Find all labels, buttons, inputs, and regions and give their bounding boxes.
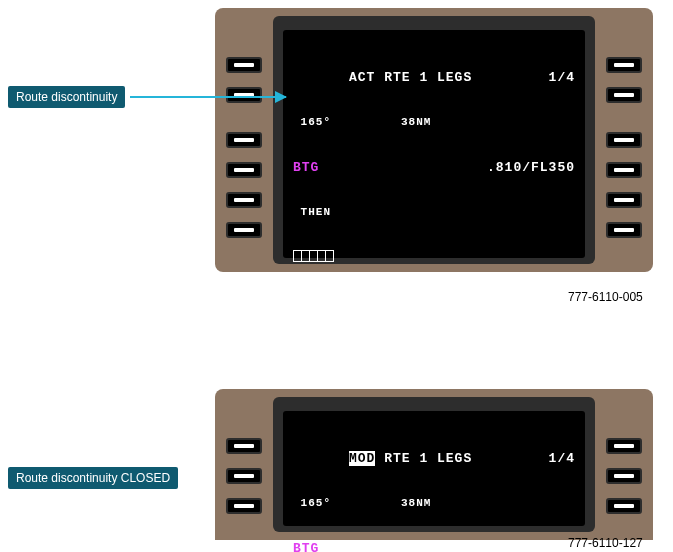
lsk-2r[interactable] (606, 87, 642, 103)
lsk-2l-lower[interactable] (226, 468, 262, 484)
lsk-1l[interactable] (226, 57, 262, 73)
lsk-3r-lower[interactable] (606, 498, 642, 514)
disc-text: - - ROUTE DISCONTINUITY - (293, 345, 483, 360)
lsk-5r[interactable] (606, 192, 642, 208)
lsk-col-left-lower (215, 389, 273, 540)
lsk-4r[interactable] (606, 162, 642, 178)
wpt1-spdalt-lower: .810/FL350 (487, 541, 575, 552)
disc-boxes-row (289, 250, 579, 265)
cdu-screen-lower: MOD RTE 1 LEGS1/4 165°38NM BTG.810/FL350… (283, 411, 585, 526)
lsk-1r-lower[interactable] (606, 438, 642, 454)
leg1-hdg: 165° (293, 115, 331, 130)
callout-closed-text: Route discontinuity CLOSED (16, 471, 170, 485)
title-row: ACT RTE 1 LEGS1/4 (289, 70, 579, 85)
callout-discontinuity: Route discontinuity (8, 86, 125, 108)
leg1-header-lower: 165°38NM (289, 496, 579, 511)
cdu-screen-upper: ACT RTE 1 LEGS1/4 165°38NM BTG.810/FL350… (283, 30, 585, 258)
wpt-btg: BTG (293, 160, 319, 175)
boxes-icon (293, 250, 333, 262)
lsk-3l[interactable] (226, 132, 262, 148)
callout-closed: Route discontinuity CLOSED (8, 467, 178, 489)
lsk-1r[interactable] (606, 57, 642, 73)
leg1-row-lower: BTG.810/FL350 (289, 541, 579, 552)
page-indicator: 1/4 (549, 70, 575, 85)
figure-number-upper: 777-6110-005 (568, 290, 643, 304)
screen-bezel: ACT RTE 1 LEGS1/4 165°38NM BTG.810/FL350… (273, 16, 595, 264)
lsk-3r[interactable] (606, 132, 642, 148)
lsk-col-right (595, 8, 653, 272)
lsk-4l[interactable] (226, 162, 262, 178)
wpt-btg-lower: BTG (293, 541, 319, 552)
screen-bezel-lower: MOD RTE 1 LEGS1/4 165°38NM BTG.810/FL350… (273, 397, 595, 532)
cdu-lower-frame: MOD RTE 1 LEGS1/4 165°38NM BTG.810/FL350… (215, 389, 653, 540)
callout-discontinuity-text: Route discontinuity (16, 90, 117, 104)
title-prefix: ACT (349, 70, 375, 85)
cdu-upper-frame: ACT RTE 1 LEGS1/4 165°38NM BTG.810/FL350… (215, 8, 653, 272)
then-label: THEN (293, 205, 331, 220)
spacer (289, 295, 579, 315)
lsk-col-right-lower (595, 389, 653, 540)
then-row: THEN (289, 205, 579, 220)
lsk-col-left (215, 8, 273, 272)
lsk-5l[interactable] (226, 192, 262, 208)
title-rest-lower: RTE 1 LEGS (375, 451, 472, 466)
disc-text-row: - - ROUTE DISCONTINUITY - (289, 345, 579, 360)
title-row-lower: MOD RTE 1 LEGS1/4 (289, 451, 579, 466)
figure-number-lower: 777-6110-127 (568, 536, 643, 550)
lsk-2r-lower[interactable] (606, 468, 642, 484)
lsk-6l[interactable] (226, 222, 262, 238)
leg1-hdg-lower: 165° (293, 496, 331, 511)
title-rest: RTE 1 LEGS (375, 70, 472, 85)
page-indicator-lower: 1/4 (549, 451, 575, 466)
callout-arrow-icon (130, 96, 286, 98)
leg1-dist-lower: 38NM (401, 496, 431, 511)
wpt1-spdalt: .810/FL350 (487, 160, 575, 175)
lsk-1l-lower[interactable] (226, 438, 262, 454)
leg1-header: 165°38NM (289, 115, 579, 130)
lsk-6r[interactable] (606, 222, 642, 238)
leg1-dist: 38NM (401, 115, 431, 130)
lsk-2l[interactable] (226, 87, 262, 103)
title-prefix-mod: MOD (349, 451, 375, 466)
lsk-3l-lower[interactable] (226, 498, 262, 514)
leg1-row: BTG.810/FL350 (289, 160, 579, 175)
